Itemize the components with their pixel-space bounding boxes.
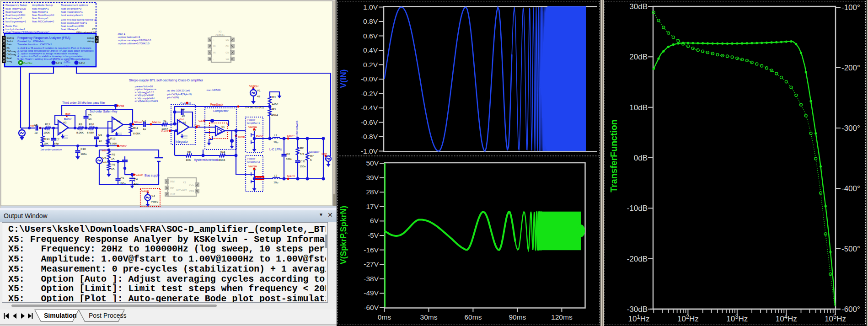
- svg-text:Imag: Imag: [7, 60, 12, 63]
- svg-text:float fstep=10: float fstep=10: [5, 17, 22, 20]
- svg-text:Post Process: Post Process: [89, 312, 126, 319]
- svg-text:Low freq log sweep speed up: Low freq log sweep speed up: [61, 18, 97, 21]
- svg-text:5.5: 5.5: [300, 152, 304, 155]
- svg-text:10µ: 10µ: [273, 181, 279, 184]
- svg-text:1n: 1n: [99, 139, 102, 142]
- svg-text:-400°: -400°: [841, 184, 860, 193]
- svg-text:Power: Power: [247, 118, 255, 121]
- svg-text:12K4: 12K4: [272, 102, 279, 105]
- svg-text:R4: R4: [272, 95, 276, 98]
- svg-text:-20dB: -20dB: [627, 255, 648, 263]
- svg-text:float Mmid=1: float Mmid=1: [32, 11, 48, 13]
- svg-text:float fstop=100K: float fstop=100K: [5, 14, 26, 16]
- svg-text:.ac dec 100 20 1e6: .ac dec 100 20 1e6: [166, 89, 190, 92]
- svg-text:SrcFrq: SrcFrq: [7, 37, 14, 39]
- svg-text:VHIGH: VHIGH: [248, 165, 257, 168]
- svg-text:-300°: -300°: [841, 124, 860, 133]
- svg-text:R14: R14: [44, 137, 50, 140]
- svg-text:-0.2V: -0.2V: [361, 90, 378, 97]
- svg-text:VCC: VCC: [189, 183, 194, 186]
- svg-text:-60V: -60V: [364, 304, 379, 311]
- svg-text:-49V: -49V: [364, 289, 379, 297]
- svg-text:SrcLvl: SrcLvl: [7, 40, 13, 43]
- svg-text:100K: 100K: [43, 131, 50, 134]
- svg-text:Vdd: Vdd: [198, 120, 204, 123]
- svg-text:C2: C2: [286, 152, 290, 155]
- svg-text:+: +: [213, 38, 214, 41]
- svg-text:R11: R11: [133, 126, 138, 129]
- svg-text:6: 6: [310, 158, 312, 161]
- svg-text:30dB: 30dB: [629, 2, 648, 11]
- svg-text:VHIGH: VHIGH: [249, 85, 259, 88]
- svg-text:-5V: -5V: [368, 231, 379, 239]
- svg-text:C5: C5: [88, 113, 91, 117]
- svg-text:float Mstart=1: float Mstart=1: [32, 7, 49, 10]
- svg-text:DD: DD: [226, 38, 230, 41]
- svg-text:X5: X5: [92, 28, 96, 31]
- svg-text:.tran 1: .tran 1: [118, 32, 126, 35]
- svg-text:1K: 1K: [111, 167, 115, 170]
- svg-text:INP: INP: [170, 187, 174, 189]
- svg-text:debug: debug: [87, 40, 94, 43]
- svg-text:Buff: Buff: [65, 112, 70, 115]
- svg-text:CH2mag: CH2mag: [7, 53, 16, 56]
- svg-text:A2: A2: [117, 119, 121, 122]
- svg-text:Feedback: Feedback: [210, 103, 224, 106]
- svg-text:V2: V2: [102, 156, 106, 160]
- svg-text:OPA2294: OPA2294: [176, 188, 187, 191]
- svg-text:150n: 150n: [300, 165, 306, 168]
- svg-text:float fstart=20: float fstart=20: [5, 11, 22, 13]
- svg-text:6V: 6V: [370, 217, 379, 224]
- svg-text:-10dB: -10dB: [627, 204, 648, 213]
- svg-text:-30dB: -30dB: [627, 305, 648, 314]
- svg-text:.option cultime=1/700K/10: .option cultime=1/700K/10: [118, 42, 150, 45]
- svg-text:46K4: 46K4: [219, 158, 225, 161]
- svg-text:Amplifier 1: Amplifier 1: [247, 122, 260, 124]
- svg-text:AD8561: AD8561: [215, 33, 225, 36]
- svg-text:.ic V(integ)=5.15: .ic V(integ)=5.15: [134, 91, 155, 94]
- svg-text:Simulation: Simulation: [44, 312, 77, 319]
- svg-text:L-C LPFs: L-C LPFs: [269, 148, 282, 151]
- svg-text:0.4V: 0.4V: [363, 46, 378, 54]
- svg-text:1n: 1n: [88, 117, 91, 120]
- svg-text:V(IN): V(IN): [339, 69, 348, 88]
- svg-text:R7: R7: [310, 154, 314, 157]
- svg-text:330n: 330n: [286, 157, 292, 160]
- svg-text:Spkr: Spkr: [321, 152, 327, 155]
- svg-text:28V: 28V: [366, 188, 379, 196]
- svg-text:V(SpkrP,SpkrN): V(SpkrP,SpkrN): [339, 206, 348, 264]
- svg-text:C7: C7: [56, 138, 59, 141]
- svg-text:.ic V(comp)=Vdd: .ic V(comp)=Vdd: [134, 97, 155, 100]
- svg-text:-500°: -500°: [841, 245, 860, 253]
- svg-text:-100°: -100°: [841, 3, 860, 12]
- svg-text:8.06K: 8.06K: [87, 131, 95, 134]
- svg-text:Vdd: Vdd: [119, 104, 124, 107]
- svg-text:-0.4V: -0.4V: [361, 104, 378, 112]
- svg-text:Real: Real: [7, 57, 12, 59]
- svg-text:Measurement options: Measurement options: [61, 3, 88, 6]
- svg-text:.option fastmath=1: .option fastmath=1: [118, 36, 140, 38]
- svg-text:120ms: 120ms: [551, 313, 573, 321]
- svg-text:Vdd: Vdd: [102, 149, 107, 152]
- svg-text:2nd-order Sallen-Key: 2nd-order Sallen-Key: [90, 110, 118, 113]
- svg-text:Created by : KSKelvin: Created by : KSKelvin: [17, 40, 44, 43]
- svg-text:0ms: 0ms: [378, 313, 391, 321]
- svg-text:PWM: PWM: [256, 135, 263, 138]
- svg-text:VHIGH: VHIGH: [248, 126, 257, 128]
- svg-text:.param Vdd=10: .param Vdd=10: [134, 85, 153, 88]
- svg-text:8.06K: 8.06K: [110, 142, 118, 145]
- svg-text:Power: Power: [247, 157, 255, 160]
- svg-text:Gain: Gain: [7, 43, 12, 46]
- svg-text:.plot V(IN): .plot V(IN): [166, 96, 179, 99]
- svg-text:1µ: 1µ: [34, 131, 38, 134]
- svg-text:5. Set Tstart > settling time: 5. Set Tstart > settling time of SMPS to…: [17, 58, 90, 60]
- svg-text:R1: R1: [163, 119, 166, 122]
- svg-text:Speaker: Speaker: [309, 150, 319, 153]
- svg-text:V1: V1: [257, 89, 261, 92]
- svg-text:1µ: 1µ: [143, 127, 146, 130]
- svg-text:1st-order passive: 1st-order passive: [40, 148, 62, 151]
- svg-text:Integrator: Integrator: [176, 140, 188, 144]
- svg-text:comp: comp: [238, 135, 245, 138]
- svg-text:46K4: 46K4: [271, 113, 278, 117]
- svg-text:R5: R5: [112, 153, 115, 156]
